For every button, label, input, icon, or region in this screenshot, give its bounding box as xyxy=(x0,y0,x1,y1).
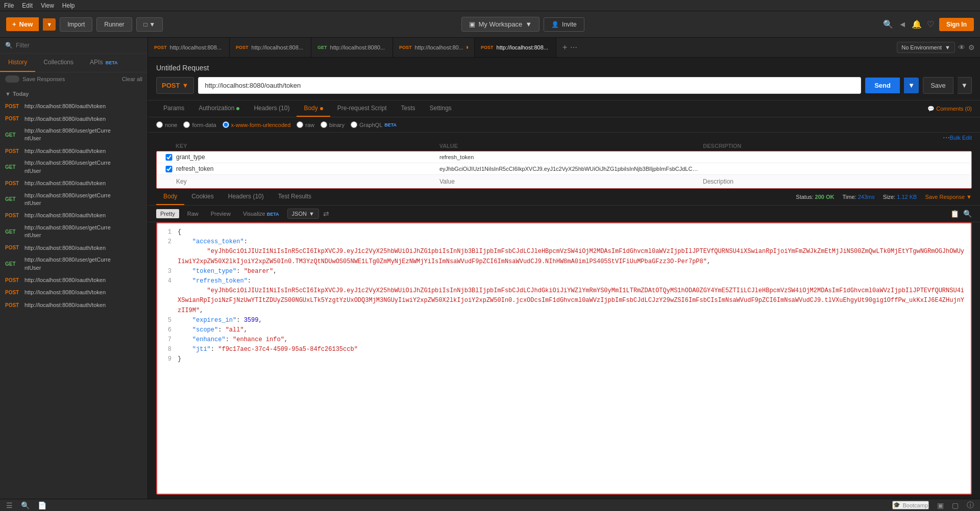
url-input[interactable] xyxy=(198,77,861,94)
invite-button[interactable]: 👤 Invite xyxy=(544,17,584,32)
split-icon[interactable]: ▢ xyxy=(952,501,959,509)
menu-view[interactable]: View xyxy=(41,2,54,9)
new-value-input[interactable] xyxy=(439,178,703,185)
list-item[interactable]: GET http://localhost:8080/user/getCurren… xyxy=(0,222,148,242)
list-item[interactable]: GET http://localhost:8080/user/getCurren… xyxy=(0,157,148,177)
comments-link[interactable]: 💬 Comments (0) xyxy=(927,106,972,112)
bell-icon[interactable]: 🔔 xyxy=(912,19,922,29)
tab-history[interactable]: History xyxy=(0,54,35,72)
heart-icon[interactable]: ♡ xyxy=(927,19,934,29)
save-arrow-button[interactable]: ▼ xyxy=(958,77,972,94)
code-icon[interactable]: 📄 xyxy=(38,501,46,509)
menu-help[interactable]: Help xyxy=(62,2,75,9)
workspace-button[interactable]: ▣ My Workspace ▼ xyxy=(461,17,540,32)
copy-icon[interactable]: 📋 xyxy=(950,210,959,218)
tab-headers[interactable]: Headers (10) xyxy=(247,100,297,117)
filter-input[interactable] xyxy=(16,42,142,49)
list-item[interactable]: POST http://localhost:8080/oauth/token xyxy=(0,286,148,299)
search-bottom-icon[interactable]: 🔍 xyxy=(21,501,30,509)
request-tab-3[interactable]: GET http://localhost:8080... xyxy=(311,38,393,57)
list-item[interactable]: POST http://localhost:8080/oauth/token xyxy=(0,209,148,222)
new-arrow-button[interactable]: ▼ xyxy=(43,18,56,31)
list-item[interactable]: POST http://localhost:8080/oauth/token xyxy=(0,145,148,158)
search-icon[interactable]: 🔍 xyxy=(963,210,972,218)
add-tab-icon[interactable]: + xyxy=(562,43,567,52)
list-item[interactable]: POST http://localhost:8080/oauth/token xyxy=(0,242,148,254)
option-urlencoded[interactable]: x-www-form-urlencoded xyxy=(223,121,291,128)
kv-row-2-checkbox[interactable] xyxy=(162,166,176,172)
tab-prerequest[interactable]: Pre-request Script xyxy=(330,100,394,117)
list-item[interactable]: GET http://localhost:8080/user/getCurren… xyxy=(0,254,148,274)
tab-settings[interactable]: Settings xyxy=(423,100,459,117)
import-button[interactable]: Import xyxy=(60,17,92,32)
option-raw[interactable]: raw xyxy=(297,121,314,128)
resp-tab-test-results[interactable]: Test Results xyxy=(271,189,318,205)
list-item[interactable]: POST http://localhost:8080/oauth/token xyxy=(0,177,148,190)
sync-icon[interactable]: ◄ xyxy=(898,20,906,29)
sign-in-button[interactable]: Sign In xyxy=(939,18,974,31)
list-item[interactable]: POST http://localhost:8080/oauth/token xyxy=(0,113,148,125)
list-item[interactable]: GET http://localhost:8080/user/getCurren… xyxy=(0,125,148,145)
wrap-icon[interactable]: ⇄ xyxy=(323,210,329,218)
tab-params[interactable]: Params xyxy=(156,100,191,117)
request-tab-4[interactable]: POST http://localhost:80... xyxy=(393,38,475,57)
fmt-tab-preview[interactable]: Preview xyxy=(207,209,235,218)
kv-new-row xyxy=(157,175,971,188)
option-binary[interactable]: binary xyxy=(321,121,345,128)
list-item[interactable]: GET http://localhost:8080/user/getCurren… xyxy=(0,190,148,210)
tab-body[interactable]: Body xyxy=(297,100,330,117)
tab-tests[interactable]: Tests xyxy=(394,100,422,117)
tab-actions: + ⋯ xyxy=(558,43,581,52)
save-responses-toggle[interactable] xyxy=(5,75,19,83)
eye-icon[interactable]: 👁 xyxy=(958,43,965,52)
history-url: http://localhost:8080/user/getCurrentUse… xyxy=(24,192,111,208)
send-button[interactable]: Send xyxy=(865,78,900,93)
layout-icon[interactable]: ▣ xyxy=(937,501,944,509)
tab-authorization[interactable]: Authorization xyxy=(191,100,247,117)
menu-file[interactable]: File xyxy=(4,2,14,9)
list-item[interactable]: POST http://localhost:8080/oauth/token xyxy=(0,100,148,113)
request-tab-2[interactable]: POST http://localhost:808... xyxy=(230,38,311,57)
list-item[interactable]: POST http://localhost:8080/oauth/token xyxy=(0,299,148,312)
fmt-tab-raw[interactable]: Raw xyxy=(183,209,203,218)
new-desc-input[interactable] xyxy=(703,178,966,185)
sidebar-toggle-icon[interactable]: ☰ xyxy=(6,501,13,509)
settings-icon[interactable]: ⚙ xyxy=(968,43,975,52)
tab-collections[interactable]: Collections xyxy=(35,54,82,72)
proxy-button[interactable]: □ ▼ xyxy=(136,17,163,32)
fmt-tab-pretty[interactable]: Pretty xyxy=(156,209,179,218)
format-type-selector[interactable]: JSON ▼ xyxy=(287,209,319,219)
method-badge: POST xyxy=(5,277,21,283)
list-item[interactable]: POST http://localhost:8080/oauth/token xyxy=(0,274,148,287)
send-arrow-button[interactable]: ▼ xyxy=(904,78,919,93)
json-line-8: 8 "jti": "f9c17aec-37c4-4509-95a5-84fc26… xyxy=(161,345,967,354)
clear-all-button[interactable]: Clear all xyxy=(122,76,142,82)
more-tabs-icon[interactable]: ⋯ xyxy=(570,43,577,52)
fmt-tab-visualize[interactable]: Visualize BETA xyxy=(239,209,283,218)
kv-row-2-value: eyJhbGciOiJIUzI1NiIsInR5cCI6IkpXVCJ9.eyJ… xyxy=(439,166,703,172)
env-dropdown[interactable]: No Environment ▼ xyxy=(897,42,955,53)
request-tab-1[interactable]: POST http://localhost:808... xyxy=(148,38,230,57)
save-button[interactable]: Save xyxy=(923,77,953,94)
method-selector[interactable]: POST ▼ xyxy=(156,77,194,94)
resp-tab-body[interactable]: Body xyxy=(156,189,184,205)
runner-button[interactable]: Runner xyxy=(96,17,132,32)
kv-row-1-checkbox[interactable] xyxy=(162,154,176,161)
option-form-data[interactable]: form-data xyxy=(183,121,216,128)
tab-apis[interactable]: APIs BETA xyxy=(82,54,126,72)
more-options-button[interactable]: ⋯ xyxy=(943,134,950,142)
tab-url: http://localhost:808... xyxy=(497,44,549,50)
bulk-edit-button[interactable]: Bulk Edit xyxy=(950,135,972,141)
resp-tab-headers[interactable]: Headers (10) xyxy=(221,189,271,205)
option-none[interactable]: none xyxy=(156,121,177,128)
bootcamp-button[interactable]: 🎓 Bootcamp xyxy=(892,501,929,509)
request-tab-5[interactable]: POST http://localhost:808... xyxy=(475,38,556,57)
resp-tab-cookies[interactable]: Cookies xyxy=(184,189,220,205)
new-button[interactable]: + New xyxy=(6,17,39,31)
option-graphql[interactable]: GraphQL BETA xyxy=(351,121,397,128)
new-key-input[interactable] xyxy=(176,178,439,185)
menu-edit[interactable]: Edit xyxy=(22,2,33,9)
save-response-button[interactable]: Save Response ▼ xyxy=(925,194,972,200)
help-icon[interactable]: ⓘ xyxy=(967,501,974,510)
search-icon[interactable]: 🔍 xyxy=(883,19,893,29)
